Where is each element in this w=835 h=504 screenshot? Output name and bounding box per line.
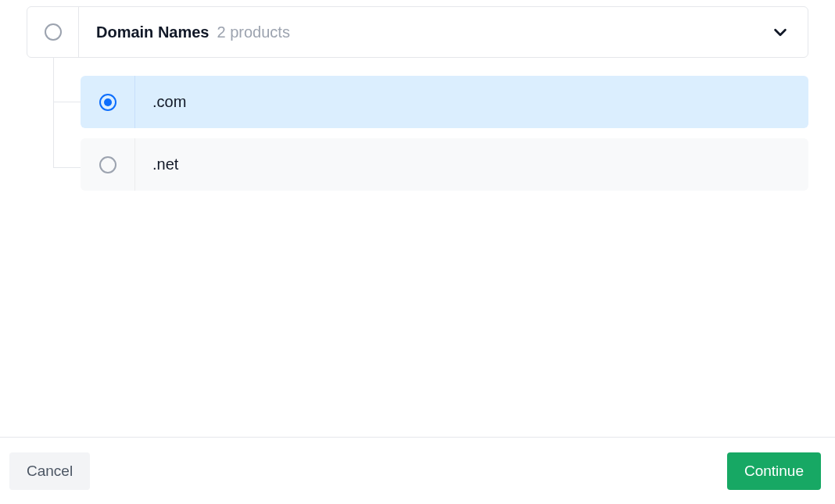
expand-toggle[interactable] (772, 23, 808, 41)
category-row[interactable]: Domain Names 2 products (27, 6, 808, 58)
radio-icon (99, 156, 116, 173)
category-radio[interactable] (27, 7, 79, 57)
chevron-down-icon (772, 23, 789, 41)
product-radio[interactable] (81, 76, 135, 128)
product-label: .com (135, 93, 186, 111)
child-list: .com .net (81, 58, 808, 191)
product-label: .net (135, 155, 178, 173)
radio-icon (45, 23, 62, 41)
product-item-net[interactable]: .net (81, 138, 808, 191)
category-name: Domain Names (96, 23, 210, 41)
child-tree: .com .net (27, 58, 808, 191)
category-count: 2 products (217, 23, 290, 41)
cancel-button[interactable]: Cancel (9, 452, 90, 490)
category-label: Domain Names 2 products (79, 23, 772, 41)
footer: Cancel Continue (0, 437, 835, 504)
radio-icon (99, 94, 116, 111)
continue-button[interactable]: Continue (727, 452, 821, 490)
product-item-com[interactable]: .com (81, 76, 808, 128)
product-radio[interactable] (81, 138, 135, 191)
